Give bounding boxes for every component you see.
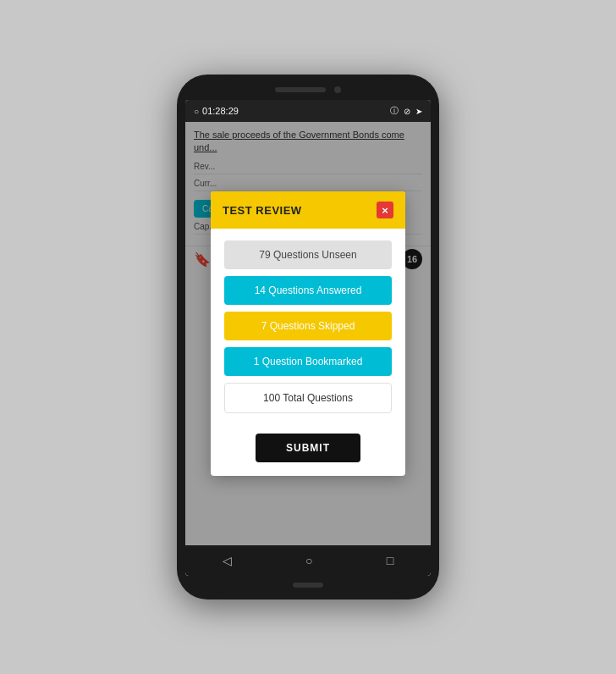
info-icon: ⓘ — [390, 105, 399, 117]
modal-header: TEST REVIEW × — [211, 191, 405, 229]
home-nav-icon[interactable]: ○ — [305, 554, 312, 567]
modal-title: TEST REVIEW — [223, 204, 302, 217]
phone-bottom-bar — [185, 583, 431, 588]
stat-bookmarked[interactable]: 1 Question Bookmarked — [224, 347, 392, 376]
status-bar: ○ 01:28:29 ⓘ ⊘ ➤ — [185, 100, 431, 122]
block-icon: ⊘ — [404, 107, 410, 116]
android-nav-bar: ◁ ○ □ — [185, 545, 431, 576]
status-time-text: 01:28:29 — [202, 106, 239, 116]
stat-unseen-label: 79 Questions Unseen — [259, 249, 356, 261]
phone-screen: ○ 01:28:29 ⓘ ⊘ ➤ The sale proceeds of th… — [185, 100, 431, 576]
modal-backdrop: TEST REVIEW × 79 Questions Unseen 14 Que… — [185, 122, 431, 545]
modal-dialog: TEST REVIEW × 79 Questions Unseen 14 Que… — [211, 191, 405, 476]
stat-skipped[interactable]: 7 Questions Skipped — [224, 312, 392, 340]
back-nav-icon[interactable]: ◁ — [223, 554, 232, 567]
modal-body: 79 Questions Unseen 14 Questions Answere… — [211, 229, 405, 425]
stat-unseen[interactable]: 79 Questions Unseen — [224, 240, 392, 269]
modal-close-button[interactable]: × — [377, 202, 393, 218]
send-icon: ➤ — [415, 107, 422, 116]
stat-answered-label: 14 Questions Answered — [255, 285, 362, 296]
phone-camera — [334, 86, 341, 93]
app-content: The sale proceeds of the Government Bond… — [185, 122, 431, 545]
status-time: ○ 01:28:29 — [194, 106, 239, 116]
stat-answered[interactable]: 14 Questions Answered — [224, 276, 392, 305]
recents-nav-icon[interactable]: □ — [387, 554, 393, 567]
status-circle-icon: ○ — [194, 107, 199, 116]
stat-total-label: 100 Total Questions — [263, 392, 353, 404]
phone: ○ 01:28:29 ⓘ ⊘ ➤ The sale proceeds of th… — [177, 75, 439, 599]
stat-total[interactable]: 100 Total Questions — [224, 383, 392, 413]
stat-bookmarked-label: 1 Question Bookmarked — [254, 356, 363, 367]
modal-footer: SUBMIT — [211, 425, 405, 476]
status-icons: ⓘ ⊘ ➤ — [390, 105, 422, 117]
phone-speaker — [275, 87, 326, 92]
submit-button[interactable]: SUBMIT — [256, 434, 360, 462]
phone-top-bar — [185, 86, 431, 93]
stat-skipped-label: 7 Questions Skipped — [261, 320, 355, 332]
home-button-bar — [293, 583, 323, 588]
